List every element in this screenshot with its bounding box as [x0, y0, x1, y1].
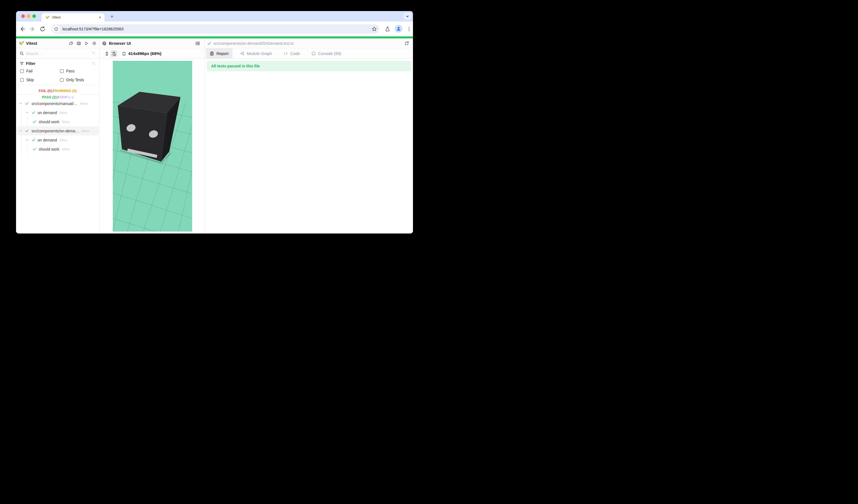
tree-duration: 43ms: [81, 129, 89, 133]
pass-check-icon: [33, 120, 36, 124]
back-icon[interactable]: [19, 26, 26, 32]
test-scene-canvas: [113, 61, 192, 231]
chevron-down-icon[interactable]: [19, 102, 22, 105]
chevron-down-icon[interactable]: [26, 139, 29, 142]
sidebar: Vitest Filter: [16, 38, 99, 233]
tab-title: Vitest: [52, 15, 61, 19]
test-file-path: src/components/on-demand/OnDemand.test.t…: [213, 41, 293, 46]
browser-window: Vitest × + localhost:5173/#/?file=182862…: [16, 11, 413, 233]
device-phone-button[interactable]: [104, 50, 110, 57]
brand-title: Vitest: [26, 41, 37, 46]
console-icon: [312, 51, 316, 55]
open-external-icon[interactable]: [405, 41, 409, 45]
collapse-panels-icon[interactable]: [69, 41, 73, 46]
all-passed-banner: All tests passed in this file: [207, 61, 411, 71]
tab-search-chevron-button[interactable]: [404, 13, 411, 20]
bookmark-star-icon[interactable]: [371, 26, 377, 32]
vitest-logo-icon: [19, 40, 24, 46]
preview-title: Browser UI: [109, 41, 131, 46]
indent-guide: [21, 117, 21, 126]
device-phone-add-button[interactable]: [111, 50, 117, 57]
preview-content: [99, 59, 205, 233]
tree-label: src/components/manual/…: [32, 101, 78, 106]
pass-check-icon: [25, 102, 29, 105]
panel-right-icon[interactable]: [195, 41, 200, 46]
chevron-down-icon[interactable]: [26, 111, 29, 114]
profile-avatar[interactable]: [395, 25, 402, 33]
tree-duration: 43ms: [60, 139, 67, 142]
chevron-down-icon[interactable]: [19, 129, 22, 132]
filter-fail-checkbox[interactable]: Fail: [20, 69, 33, 73]
tree-test-row[interactable]: should work55ms: [17, 117, 99, 126]
test-tree: src/components/manual/…56ms on demand56m…: [16, 99, 99, 153]
browser-tab[interactable]: Vitest ×: [42, 13, 105, 21]
filter-section: Filter Fail Pass Skip Only Tests: [16, 59, 99, 85]
filter-only-tests-checkbox[interactable]: Only Tests: [60, 78, 84, 82]
tree-suite-row[interactable]: on demand43ms: [17, 135, 99, 145]
results-panel: src/components/on-demand/OnDemand.test.t…: [205, 38, 413, 233]
summary-fail: FAIL (0): [39, 89, 52, 93]
tree-test-row[interactable]: should work43ms: [17, 145, 99, 153]
minimize-window-button[interactable]: [27, 14, 30, 18]
pass-check-icon: [33, 147, 36, 151]
tree-suite-row[interactable]: on demand56ms: [17, 108, 99, 117]
report-clipboard-icon: [210, 51, 214, 55]
checkbox-icon[interactable]: [60, 69, 64, 73]
filter-only-tests-label: Only Tests: [66, 78, 84, 82]
tree-file-row-selected[interactable]: src/components/on-dema…43ms: [17, 126, 99, 135]
tab-close-icon[interactable]: ×: [99, 15, 101, 20]
checkbox-icon[interactable]: [60, 78, 64, 82]
search-input[interactable]: [26, 51, 81, 56]
tree-label: should work: [39, 120, 60, 124]
device-tablet-button[interactable]: [121, 50, 127, 57]
menu-kebab-icon[interactable]: [406, 26, 412, 32]
checkbox-icon[interactable]: [20, 78, 24, 82]
results-tabs: Report Module Graph Code Console (69): [205, 48, 413, 59]
pass-check-icon: [32, 138, 35, 142]
tab-module-graph[interactable]: Module Graph: [236, 48, 276, 59]
experiments-flask-icon[interactable]: [385, 26, 390, 32]
tab-label: Code: [290, 51, 300, 56]
pass-check-icon: [207, 42, 211, 45]
search-row: [16, 48, 99, 59]
forward-icon[interactable]: [29, 26, 35, 32]
tab-label: Module Graph: [247, 51, 272, 56]
pass-check-icon: [25, 129, 29, 133]
filter-skip-checkbox[interactable]: Skip: [20, 78, 34, 82]
tab-code[interactable]: Code: [280, 48, 304, 59]
new-tab-button[interactable]: +: [108, 13, 115, 20]
tab-report[interactable]: Report: [206, 48, 233, 59]
indent-guide: [21, 145, 21, 153]
theme-sun-icon[interactable]: [92, 41, 96, 46]
tree-duration: 56ms: [60, 111, 67, 114]
filter-pass-checkbox[interactable]: Pass: [60, 69, 75, 73]
checkbox-icon[interactable]: [20, 69, 24, 73]
reload-icon[interactable]: [39, 26, 46, 32]
module-graph-icon: [240, 51, 244, 55]
tree-file-row[interactable]: src/components/manual/…56ms: [17, 99, 99, 108]
sidebar-header: Vitest: [16, 38, 99, 48]
zoom-window-button[interactable]: [32, 14, 36, 18]
code-icon: [284, 51, 288, 55]
viewport-size-label: 414x896px (68%): [128, 48, 161, 59]
close-window-button[interactable]: [21, 14, 25, 18]
device-toolbar: 414x896px (68%): [99, 48, 205, 59]
tree-duration: 43ms: [62, 148, 70, 151]
tab-label: Report: [217, 51, 228, 56]
clear-search-filter-icon[interactable]: [92, 51, 96, 55]
summary-running: RUNNING (0): [54, 89, 77, 93]
preview-header: Browser UI: [99, 38, 205, 48]
address-bar[interactable]: localhost:5173/#/?file=1828625563: [51, 24, 379, 34]
clear-filter-icon[interactable]: [92, 61, 96, 65]
tab-strip: Vitest × +: [16, 11, 413, 21]
dashboard-icon[interactable]: [77, 41, 81, 46]
url-text[interactable]: localhost:5173/#/?file=1828625563: [62, 27, 124, 31]
tab-console[interactable]: Console (69): [308, 48, 345, 59]
filter-fail-label: Fail: [26, 69, 33, 73]
summary-skip: SKIP (--): [60, 95, 74, 99]
indent-guide: [21, 108, 21, 117]
site-info-icon[interactable]: [52, 26, 60, 33]
sidebar-content: Filter Fail Pass Skip Only Tests FAIL (0…: [16, 59, 99, 233]
tree-label: should work: [39, 147, 60, 151]
run-all-icon[interactable]: [84, 41, 89, 46]
